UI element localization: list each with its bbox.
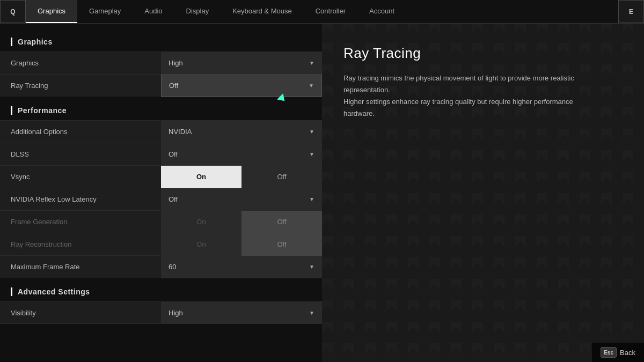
additional-options-label: Additional Options xyxy=(0,128,161,136)
setting-row-dlss: DLSS Off ▼ xyxy=(0,143,322,165)
setting-row-vsync: Vsync On Off xyxy=(0,165,322,188)
navigation-bar: Q Graphics Gameplay Audio Display Keyboa… xyxy=(0,0,644,24)
info-title: Ray Tracing xyxy=(343,45,623,62)
tab-display[interactable]: Display xyxy=(174,0,221,23)
nvidia-reflex-arrow: ▼ xyxy=(309,196,314,202)
main-container: Graphics Graphics High ▼ Ray Tracing Off xyxy=(0,24,644,362)
additional-options-control: NVIDIA ▼ xyxy=(161,121,322,143)
esc-bar: Esc Back xyxy=(592,343,644,362)
graphics-control: High ▼ xyxy=(161,52,322,75)
ray-tracing-label: Ray Tracing xyxy=(0,82,161,90)
setting-row-frame-generation: Frame Generation On Off xyxy=(0,210,322,233)
dlss-dropdown[interactable]: Off ▼ xyxy=(161,143,322,166)
frame-generation-off-button[interactable]: Off xyxy=(241,211,322,233)
dlss-arrow: ▼ xyxy=(309,151,314,157)
vsync-label: Vsync xyxy=(0,173,161,181)
visibility-dropdown[interactable]: High ▼ xyxy=(161,301,322,324)
frame-generation-toggle: On Off xyxy=(161,211,322,233)
vsync-control: On Off xyxy=(161,166,322,188)
esc-key: Esc xyxy=(601,347,617,358)
tab-account[interactable]: Account xyxy=(357,0,406,23)
tab-controller[interactable]: Controller xyxy=(304,0,357,23)
dlss-control: Off ▼ xyxy=(161,143,322,166)
tab-graphics[interactable]: Graphics xyxy=(26,0,77,23)
section-advanced-header: Advanced Settings xyxy=(0,284,322,301)
info-panel: Ray Tracing Ray tracing mimics the physi… xyxy=(322,24,644,362)
ray-reconstruction-control: On Off xyxy=(161,233,322,256)
additional-options-dropdown[interactable]: NVIDIA ▼ xyxy=(161,121,322,143)
setting-row-graphics: Graphics High ▼ xyxy=(0,51,322,74)
ray-tracing-dropdown[interactable]: Off ▼ xyxy=(161,75,322,97)
section-performance-header: Performance xyxy=(0,103,322,120)
vsync-off-button[interactable]: Off xyxy=(241,166,322,188)
vsync-toggle: On Off xyxy=(161,166,322,188)
graphics-dropdown[interactable]: High ▼ xyxy=(161,52,322,75)
setting-row-visibility: Visibility High ▼ xyxy=(0,301,322,324)
setting-row-nvidia-reflex: NVIDIA Reflex Low Latency Off ▼ xyxy=(0,188,322,210)
vsync-on-button[interactable]: On xyxy=(161,166,241,188)
settings-panel: Graphics Graphics High ▼ Ray Tracing Off xyxy=(0,24,322,362)
graphics-dropdown-arrow: ▼ xyxy=(309,60,314,66)
ray-reconstruction-toggle: On Off xyxy=(161,233,322,256)
tab-audio[interactable]: Audio xyxy=(133,0,174,23)
max-frame-rate-dropdown[interactable]: 60 ▼ xyxy=(161,256,322,278)
ray-tracing-control: Off ▼ xyxy=(161,75,322,97)
max-frame-rate-control: 60 ▼ xyxy=(161,256,322,278)
ray-reconstruction-label: Ray Reconstruction xyxy=(0,240,161,248)
max-frame-rate-arrow: ▼ xyxy=(309,264,314,270)
setting-row-additional-options: Additional Options NVIDIA ▼ xyxy=(0,120,322,143)
max-frame-rate-label: Maximum Frame Rate xyxy=(0,263,161,271)
visibility-arrow: ▼ xyxy=(309,310,314,316)
ray-reconstruction-off-button[interactable]: Off xyxy=(241,233,322,256)
tab-gameplay[interactable]: Gameplay xyxy=(77,0,133,23)
nvidia-reflex-label: NVIDIA Reflex Low Latency xyxy=(0,195,161,203)
section-graphics-header: Graphics xyxy=(0,34,322,51)
nvidia-reflex-dropdown[interactable]: Off ▼ xyxy=(161,188,322,211)
frame-generation-on-button[interactable]: On xyxy=(161,211,241,233)
frame-generation-control: On Off xyxy=(161,211,322,233)
ray-reconstruction-on-button[interactable]: On xyxy=(161,233,241,256)
graphics-label: Graphics xyxy=(0,59,161,67)
frame-generation-label: Frame Generation xyxy=(0,218,161,226)
dlss-label: DLSS xyxy=(0,150,161,158)
setting-row-ray-reconstruction: Ray Reconstruction On Off xyxy=(0,233,322,255)
nvidia-reflex-control: Off ▼ xyxy=(161,188,322,211)
visibility-label: Visibility xyxy=(0,309,161,317)
additional-options-arrow: ▼ xyxy=(309,129,314,135)
q-icon-button[interactable]: Q xyxy=(0,0,26,23)
back-label: Back xyxy=(620,349,635,357)
info-description: Ray tracing mimics the physical movement… xyxy=(343,72,580,120)
tab-keyboard-mouse[interactable]: Keyboard & Mouse xyxy=(221,0,304,23)
setting-row-max-frame-rate: Maximum Frame Rate 60 ▼ xyxy=(0,255,322,278)
visibility-control: High ▼ xyxy=(161,301,322,324)
setting-row-ray-tracing: Ray Tracing Off ▼ xyxy=(0,74,322,97)
ray-tracing-dropdown-arrow: ▼ xyxy=(309,83,314,88)
e-icon-button[interactable]: E xyxy=(618,0,644,23)
